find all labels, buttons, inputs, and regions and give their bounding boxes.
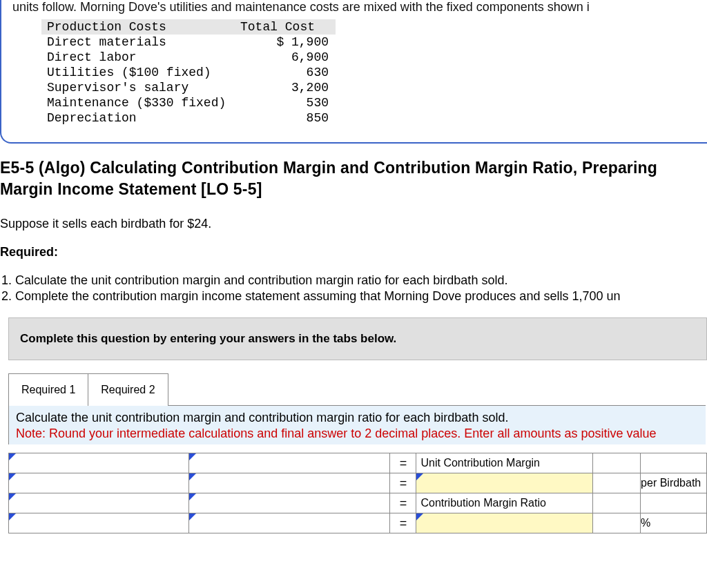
cost-row-value: 3,200	[240, 80, 336, 95]
cost-row-value: 6,900	[240, 50, 336, 65]
cost-information-box: units follow. Morning Dove's utilities a…	[0, 0, 707, 144]
result-input-cell[interactable]	[416, 513, 593, 533]
cost-row-label: Maintenance ($330 fixed)	[41, 95, 240, 110]
worksheet-row: =Contribution Margin Ratio	[9, 493, 707, 513]
cost-row: Maintenance ($330 fixed)530	[41, 95, 336, 110]
required-label: Required:	[0, 245, 707, 259]
unit-cell: per Birdbath	[641, 473, 707, 493]
tabs-row: Required 1Required 2	[8, 373, 706, 405]
input-cell-b[interactable]	[188, 453, 390, 473]
input-cell-a[interactable]	[9, 473, 189, 493]
cost-row-label: Depreciation	[41, 110, 240, 126]
cost-row-label: Direct labor	[41, 50, 240, 65]
equals-cell: =	[390, 473, 416, 493]
cost-rows: Direct materials$ 1,900Direct labor6,900…	[41, 35, 707, 126]
cost-row-label: Supervisor's salary	[41, 80, 240, 95]
cost-row: Direct materials$ 1,900	[41, 35, 336, 50]
suppose-line: Suppose it sells each birdbath for $24.	[0, 217, 707, 231]
worksheet-table: =Unit Contribution Margin=per Birdbath=C…	[8, 453, 707, 533]
problem-body: Suppose it sells each birdbath for $24. …	[0, 217, 707, 304]
equals-cell: =	[390, 493, 416, 513]
input-cell-b[interactable]	[188, 493, 390, 513]
cost-row: Depreciation850	[41, 110, 336, 126]
tab-panel: Calculate the unit contribution margin a…	[8, 405, 706, 445]
cost-row-label: Direct materials	[41, 35, 240, 50]
cost-header-total: Total Cost	[240, 19, 336, 35]
required-list: Calculate the unit contribution margin a…	[0, 273, 707, 304]
input-cell-a[interactable]	[9, 513, 189, 533]
problem-heading: E5-5 (Algo) Calculating Contribution Mar…	[0, 157, 707, 200]
production-costs-area: Production Costs Total Cost Direct mater…	[41, 19, 707, 126]
value-cell[interactable]	[593, 453, 641, 473]
unit-cell: %	[641, 513, 707, 533]
worksheet: =Unit Contribution Margin=per Birdbath=C…	[8, 453, 707, 533]
unit-cell	[641, 453, 707, 473]
tab-required-2[interactable]: Required 2	[88, 373, 168, 406]
value-cell[interactable]	[593, 513, 641, 533]
worksheet-row: =%	[9, 513, 707, 533]
cost-header-label: Production Costs	[41, 19, 240, 35]
value-cell[interactable]	[593, 493, 641, 513]
input-cell-a[interactable]	[9, 493, 189, 513]
cost-row-value: $ 1,900	[240, 35, 336, 50]
cost-row-value: 530	[240, 95, 336, 110]
instruction-bar: Complete this question by entering your …	[8, 317, 707, 360]
cutoff-text-top: units follow. Morning Dove's utilities a…	[1, 0, 707, 18]
cost-row-value: 850	[240, 110, 336, 126]
worksheet-row: =per Birdbath	[9, 473, 707, 493]
cost-table-header: Production Costs Total Cost	[41, 19, 336, 35]
cost-row: Direct labor6,900	[41, 50, 336, 65]
input-cell-b[interactable]	[188, 513, 390, 533]
input-cell-a[interactable]	[9, 453, 189, 473]
tab-instruction-strip: Calculate the unit contribution margin a…	[8, 406, 706, 445]
required-item: Complete the contribution margin income …	[15, 289, 707, 304]
result-label-cell: Unit Contribution Margin	[416, 453, 593, 473]
unit-cell	[641, 493, 707, 513]
required-item: Calculate the unit contribution margin a…	[15, 273, 707, 288]
result-input-cell[interactable]	[416, 473, 593, 493]
tab-required-1[interactable]: Required 1	[8, 373, 88, 406]
cost-row-label: Utilities ($100 fixed)	[41, 65, 240, 80]
equals-cell: =	[390, 513, 416, 533]
panel-line1: Calculate the unit contribution margin a…	[16, 410, 699, 426]
cost-row: Supervisor's salary3,200	[41, 80, 336, 95]
value-cell[interactable]	[593, 473, 641, 493]
tabs-holder: Required 1Required 2 Calculate the unit …	[8, 373, 706, 445]
input-cell-b[interactable]	[188, 473, 390, 493]
cost-row-value: 630	[240, 65, 336, 80]
panel-line2: Note: Round your intermediate calculatio…	[16, 426, 699, 442]
cost-row: Utilities ($100 fixed)630	[41, 65, 336, 80]
equals-cell: =	[390, 453, 416, 473]
worksheet-row: =Unit Contribution Margin	[9, 453, 707, 473]
result-label-cell: Contribution Margin Ratio	[416, 493, 593, 513]
